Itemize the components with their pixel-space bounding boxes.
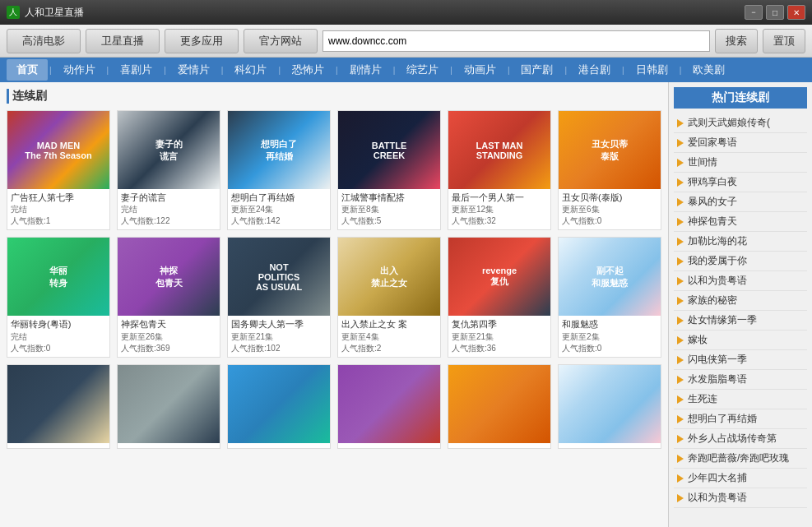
maximize-button[interactable]: □: [766, 5, 784, 20]
play-icon: [677, 198, 684, 206]
sidebar-item[interactable]: 奔跑吧蔷薇/奔跑吧玫瑰: [674, 449, 807, 469]
movie-card[interactable]: BATTLE CREEK江城警事情配搭更新至8集人气指数:5: [337, 110, 441, 230]
search-button[interactable]: 搜索: [715, 29, 758, 53]
movie-thumbnail: [228, 365, 330, 443]
sidebar-item[interactable]: 爱回家粤语: [674, 133, 807, 153]
hd-movie-button[interactable]: 高清电影: [7, 29, 81, 53]
section-title: 连续剧: [7, 89, 661, 104]
movie-thumbnail: [448, 365, 550, 443]
play-icon: [677, 317, 684, 325]
sidebar-item[interactable]: 处女情缘第一季: [674, 311, 807, 331]
movie-title: 想明白了再结婚: [231, 192, 327, 204]
tab-separator: |: [450, 66, 452, 75]
movie-card[interactable]: LAST MAN STANDING最后一个男人第一更新至12集人气指数:32: [448, 110, 551, 230]
movie-card[interactable]: [7, 364, 110, 449]
movie-update: 更新至26集: [121, 331, 216, 343]
sidebar-item-label: 爱回家粤语: [688, 136, 737, 150]
url-input[interactable]: [322, 30, 710, 52]
movie-card[interactable]: MAD MEN The 7th Season广告狂人第七季完结人气指数:1: [7, 110, 110, 230]
tab-首页[interactable]: 首页: [7, 59, 48, 81]
sidebar-item[interactable]: 水发脂脂粤语: [674, 370, 807, 390]
movie-card[interactable]: 出入 禁止之女出入禁止之女 案更新至4集人气指数:2: [337, 237, 441, 357]
movie-card[interactable]: [337, 364, 441, 449]
tab-喜剧片[interactable]: 喜剧片: [110, 59, 162, 81]
tab-separator: |: [393, 66, 396, 75]
tab-国产剧[interactable]: 国产剧: [511, 59, 563, 81]
tab-科幻片[interactable]: 科幻片: [225, 59, 276, 81]
tab-爱情片[interactable]: 爱情片: [168, 59, 220, 81]
play-icon: [677, 494, 684, 502]
tab-综艺片[interactable]: 综艺片: [397, 59, 448, 81]
movie-card[interactable]: [558, 364, 661, 449]
play-icon: [677, 297, 684, 305]
sidebar-item-label: 水发脂脂粤语: [688, 372, 747, 386]
movie-update: 完结: [121, 204, 216, 215]
minimize-button[interactable]: －: [745, 5, 763, 20]
tab-港台剧[interactable]: 港台剧: [568, 59, 620, 81]
settings-button[interactable]: 置顶: [763, 29, 805, 53]
tab-恐怖片[interactable]: 恐怖片: [282, 59, 334, 81]
more-apps-button[interactable]: 更多应用: [165, 29, 239, 53]
tab-separator: |: [49, 66, 52, 75]
sidebar-item-label: 暴风的女子: [688, 195, 737, 209]
sidebar-item[interactable]: 生死连: [674, 390, 807, 409]
movie-card[interactable]: [117, 364, 220, 449]
movie-card[interactable]: revenge 复仇复仇第四季更新至21集人气指数:36: [448, 237, 551, 357]
movie-popularity: 人气指数:36: [452, 343, 547, 354]
movie-popularity: 人气指数:122: [121, 215, 216, 227]
tab-separator: |: [680, 66, 682, 75]
tab-日韩剧[interactable]: 日韩剧: [626, 59, 678, 81]
movie-card[interactable]: NOT POLITICS AS USUAL国务卿夫人第一季更新至21集人气指数:…: [227, 237, 331, 357]
play-icon: [677, 435, 684, 443]
sidebar-item[interactable]: 闪电侠第一季: [674, 350, 807, 370]
tab-动画片[interactable]: 动画片: [454, 59, 506, 81]
movie-card[interactable]: 神探 包青天神探包青天更新至26集人气指数:369: [117, 237, 220, 357]
sidebar-item[interactable]: 狎鸡享白夜: [674, 173, 807, 192]
movie-card[interactable]: 华丽 转身华丽转身(粤语)完结人气指数:0: [7, 237, 110, 357]
play-icon: [677, 218, 684, 226]
official-site-button[interactable]: 官方网站: [244, 29, 318, 53]
movie-thumbnail: LAST MAN STANDING: [448, 111, 550, 189]
sidebar-title: 热门连续剧: [674, 87, 807, 109]
sidebar-item[interactable]: 以和为贵粤语: [674, 488, 807, 508]
movie-thumbnail: 丑女贝蒂 泰版: [559, 111, 661, 189]
movie-card[interactable]: [227, 364, 331, 449]
sidebar-item-label: 武则天武媚娘传奇(: [688, 116, 770, 130]
movie-popularity: 人气指数:0: [562, 343, 657, 354]
navbar: 高清电影 卫星直播 更多应用 官方网站 搜索 置顶: [0, 25, 812, 58]
sidebar-item-label: 外乡人占战场传奇第: [688, 432, 777, 446]
tab-欧美剧[interactable]: 欧美剧: [683, 59, 735, 81]
movie-card[interactable]: 副不起 和服魅惑和服魅惑更新至2集人气指数:0: [558, 237, 661, 357]
sidebar-item[interactable]: 嫁妆: [674, 331, 807, 350]
sidebar-item-label: 以和为贵粤语: [688, 491, 747, 505]
sidebar-item[interactable]: 家族的秘密: [674, 291, 807, 311]
sidebar-item[interactable]: 少年四大名捕: [674, 469, 807, 488]
satellite-button[interactable]: 卫星直播: [86, 29, 160, 53]
sidebar-item-label: 生死连: [688, 392, 717, 406]
sidebar-item[interactable]: 神探包青天: [674, 212, 807, 232]
play-icon: [677, 474, 684, 483]
sidebar-item[interactable]: 以和为贵粤语: [674, 271, 807, 291]
movie-title: 最后一个男人第一: [452, 192, 547, 204]
sidebar-item[interactable]: 想明白了再结婚: [674, 409, 807, 429]
movie-card[interactable]: 丑女贝蒂 泰版丑女贝蒂(泰版)更新至6集人气指数:0: [558, 110, 661, 230]
movie-card[interactable]: 想明白了 再结婚想明白了再结婚更新至24集人气指数:142: [227, 110, 331, 230]
movie-popularity: 人气指数:5: [341, 215, 437, 227]
movie-card[interactable]: 妻子的 谎言妻子的谎言完结人气指数:122: [117, 110, 220, 230]
tab-动作片[interactable]: 动作片: [53, 59, 105, 81]
titlebar: 人 人和卫星直播 － □ ✕: [0, 0, 812, 25]
sidebar-item[interactable]: 世间情: [674, 153, 807, 173]
play-icon: [677, 178, 684, 187]
play-icon: [677, 257, 684, 266]
movie-card[interactable]: [448, 364, 551, 449]
sidebar-item[interactable]: 暴风的女子: [674, 192, 807, 212]
tab-separator: |: [107, 66, 109, 75]
close-button[interactable]: ✕: [787, 5, 805, 20]
sidebar-item[interactable]: 武则天武媚娘传奇(: [674, 113, 807, 133]
movie-thumbnail: NOT POLITICS AS USUAL: [228, 238, 330, 316]
sidebar-item[interactable]: 外乡人占战场传奇第: [674, 429, 807, 449]
sidebar-item[interactable]: 加勒比海的花: [674, 232, 807, 252]
sidebar-item-label: 世间情: [688, 155, 717, 169]
sidebar-item[interactable]: 我的爱属于你: [674, 252, 807, 271]
tab-剧情片[interactable]: 剧情片: [340, 59, 392, 81]
